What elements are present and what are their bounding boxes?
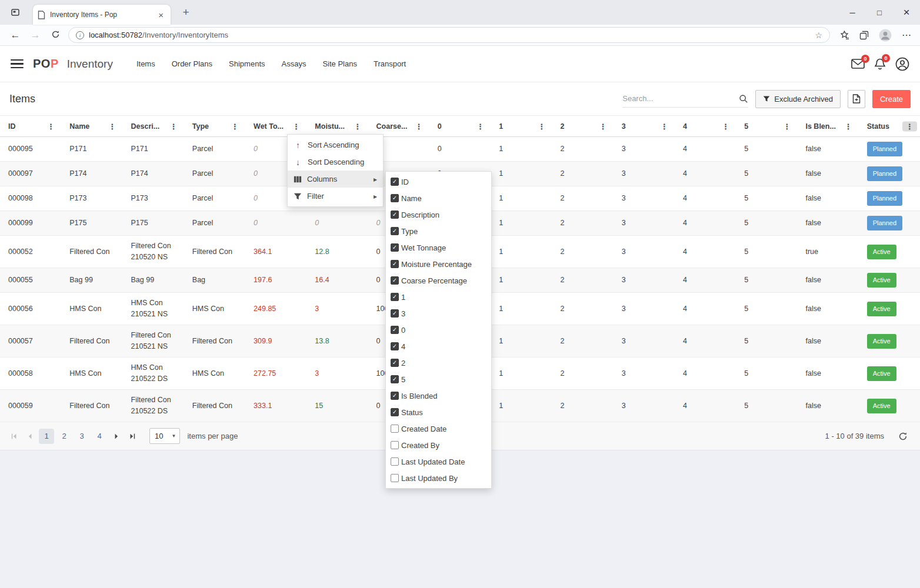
hamburger-menu-icon[interactable] — [11, 57, 24, 71]
column-menu-icon[interactable]: ⋮ — [289, 121, 304, 131]
checkbox-checked-icon[interactable]: ✓ — [391, 408, 399, 416]
refresh-grid-button[interactable] — [895, 428, 911, 444]
checkbox-checked-icon[interactable]: ✓ — [391, 260, 399, 268]
columns-menu-item-last-updated-by[interactable]: Last Updated By — [386, 470, 491, 486]
checkbox-unchecked-icon[interactable] — [391, 457, 399, 466]
checkbox-checked-icon[interactable]: ✓ — [391, 178, 399, 186]
checkbox-checked-icon[interactable]: ✓ — [391, 211, 399, 219]
columns-menu-item-id[interactable]: ✓ID — [386, 173, 491, 190]
nav-item-site-plans[interactable]: Site Plans — [322, 59, 357, 68]
columns-menu-item-4[interactable]: ✓4 — [386, 338, 491, 355]
nav-item-order-plans[interactable]: Order Plans — [172, 59, 212, 68]
columns-menu-item-3[interactable]: ✓3 — [386, 305, 491, 322]
export-button[interactable] — [848, 90, 865, 108]
search-icon[interactable] — [739, 94, 748, 103]
page-button-4[interactable]: 4 — [92, 429, 107, 444]
checkbox-checked-icon[interactable]: ✓ — [391, 243, 399, 252]
nav-item-assays[interactable]: Assays — [282, 59, 306, 68]
nav-item-transport[interactable]: Transport — [374, 59, 406, 68]
last-page-button[interactable] — [124, 428, 140, 444]
columns-menu-item-wet-tonnage[interactable]: ✓Wet Tonnage — [386, 239, 491, 256]
checkbox-checked-icon[interactable]: ✓ — [391, 227, 399, 235]
columns-menu-item-status[interactable]: ✓Status — [386, 404, 491, 420]
favorites-icon[interactable] — [839, 30, 849, 40]
checkbox-checked-icon[interactable]: ✓ — [391, 392, 399, 400]
columns-menu-item-5[interactable]: ✓5 — [386, 371, 491, 387]
tab-actions-icon[interactable] — [9, 7, 21, 18]
menu-item-sort-ascending[interactable]: ↑Sort Ascending — [288, 136, 383, 153]
reload-button[interactable] — [48, 30, 62, 41]
checkbox-unchecked-icon[interactable] — [391, 441, 399, 449]
checkbox-unchecked-icon[interactable] — [391, 425, 399, 433]
minimize-button[interactable]: ─ — [839, 0, 866, 25]
checkbox-checked-icon[interactable]: ✓ — [391, 375, 399, 383]
columns-menu-item-2[interactable]: ✓2 — [386, 355, 491, 371]
exclude-archived-button[interactable]: Exclude Archived — [755, 90, 841, 108]
account-button[interactable] — [895, 57, 909, 71]
columns-menu-item-coarse-percentage[interactable]: ✓Coarse Percentage — [386, 272, 491, 289]
checkbox-checked-icon[interactable]: ✓ — [391, 276, 399, 285]
column-menu-icon[interactable]: ⋮ — [412, 121, 426, 131]
checkbox-checked-icon[interactable]: ✓ — [391, 326, 399, 334]
columns-menu-item-0[interactable]: ✓0 — [386, 322, 491, 338]
checkbox-checked-icon[interactable]: ✓ — [391, 293, 399, 301]
checkbox-checked-icon[interactable]: ✓ — [391, 309, 399, 318]
page-button-3[interactable]: 3 — [74, 429, 89, 444]
page-button-2[interactable]: 2 — [56, 429, 72, 444]
nav-item-shipments[interactable]: Shipments — [229, 59, 265, 68]
column-menu-icon[interactable]: ⋮ — [718, 121, 733, 131]
forward-button[interactable]: → — [28, 30, 42, 40]
column-menu-icon[interactable]: ⋮ — [166, 121, 181, 131]
profile-avatar[interactable] — [879, 29, 892, 42]
first-page-button[interactable] — [6, 428, 22, 444]
menu-item-columns[interactable]: Columns▸ — [288, 171, 383, 188]
next-page-button[interactable] — [108, 428, 124, 444]
browser-menu-icon[interactable]: ⋯ — [902, 29, 912, 41]
nav-item-items[interactable]: Items — [136, 59, 155, 68]
column-menu-icon[interactable]: ⋮ — [534, 121, 549, 131]
column-menu-icon[interactable]: ⋮ — [657, 121, 672, 131]
back-button[interactable]: ← — [8, 30, 22, 40]
collections-icon[interactable] — [859, 31, 869, 40]
messages-button[interactable]: 0 — [851, 59, 865, 69]
columns-menu-item-1[interactable]: ✓1 — [386, 289, 491, 305]
checkbox-checked-icon[interactable]: ✓ — [391, 359, 399, 367]
column-menu-icon[interactable]: ⋮ — [44, 121, 58, 131]
checkbox-unchecked-icon[interactable] — [391, 474, 399, 482]
browser-tab[interactable]: Inventory Items - Pop × — [33, 5, 171, 25]
columns-menu-item-is-blended[interactable]: ✓Is Blended — [386, 387, 491, 404]
column-menu-icon[interactable]: ⋮ — [841, 121, 856, 131]
column-menu-icon[interactable]: ⋮ — [779, 121, 794, 131]
new-tab-button[interactable]: + — [178, 0, 194, 25]
checkbox-checked-icon[interactable]: ✓ — [391, 342, 399, 350]
search-input[interactable] — [622, 94, 735, 103]
tab-close-icon[interactable]: × — [156, 10, 166, 20]
column-menu-icon[interactable]: ⋮ — [105, 121, 120, 131]
previous-page-button[interactable] — [22, 428, 38, 444]
menu-item-sort-descending[interactable]: ↓Sort Descending — [288, 153, 383, 171]
site-info-icon[interactable]: i — [76, 31, 84, 39]
columns-menu-item-created-by[interactable]: Created By — [386, 437, 491, 453]
column-menu-icon[interactable]: ⋮ — [351, 121, 365, 131]
window-close-button[interactable]: × — [893, 0, 920, 25]
column-menu-icon[interactable]: ⋮ — [596, 121, 611, 131]
columns-menu-item-type[interactable]: ✓Type — [386, 223, 491, 239]
page-button-1[interactable]: 1 — [39, 429, 54, 444]
page-size-dropdown[interactable]: 10 ▼ — [149, 428, 180, 444]
columns-menu-item-description[interactable]: ✓Description — [386, 206, 491, 223]
checkbox-checked-icon[interactable]: ✓ — [391, 194, 399, 202]
tracking-prevention-shield-icon[interactable]: ☆ — [815, 31, 822, 40]
app-logo[interactable]: POP — [33, 57, 59, 71]
maximize-button[interactable]: □ — [866, 0, 893, 25]
address-bar[interactable]: i localhost:50782/Inventory/InventoryIte… — [68, 27, 830, 43]
table-row[interactable]: 000095P171P171Parcel000012345falsePlanne… — [0, 137, 920, 162]
menu-item-filter[interactable]: Filter▸ — [288, 188, 383, 205]
columns-menu-item-name[interactable]: ✓Name — [386, 190, 491, 206]
column-menu-icon[interactable]: ⋮ — [902, 121, 917, 131]
notifications-button[interactable]: 0 — [875, 58, 885, 70]
column-menu-icon[interactable]: ⋮ — [473, 121, 488, 131]
columns-menu-item-moisture-percentage[interactable]: ✓Moisture Percentage — [386, 256, 491, 272]
create-button[interactable]: Create — [872, 90, 911, 108]
column-menu-icon[interactable]: ⋮ — [228, 121, 242, 131]
columns-menu-item-created-date[interactable]: Created Date — [386, 420, 491, 437]
